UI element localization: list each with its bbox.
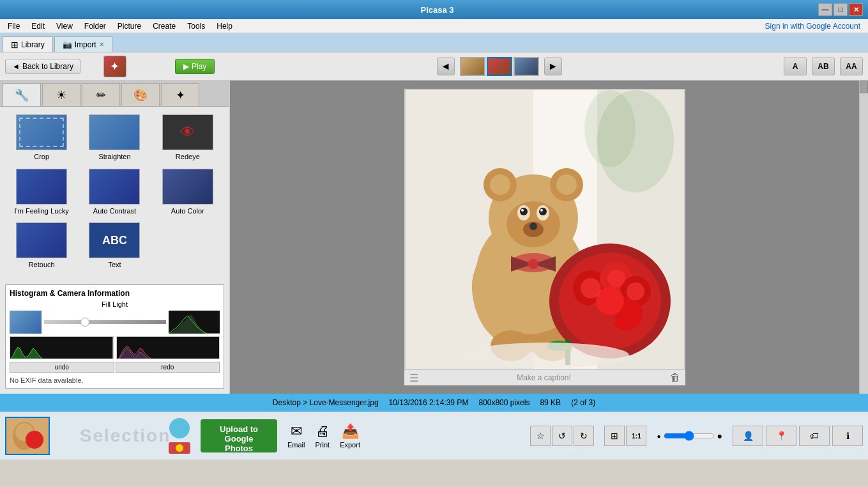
back-to-library-button[interactable]: ◄ Back to Library bbox=[5, 59, 80, 74]
undo-redo-row: undo redo bbox=[10, 362, 220, 373]
auto-contrast-label: Auto Contrast bbox=[93, 207, 136, 215]
menu-tools[interactable]: Tools bbox=[182, 20, 210, 32]
menu-edit[interactable]: Edit bbox=[26, 20, 50, 32]
close-button[interactable]: ✕ bbox=[849, 3, 863, 16]
tool-crop[interactable]: Crop bbox=[8, 114, 75, 164]
tool-straighten[interactable]: Straighten bbox=[80, 114, 148, 164]
tab-library[interactable]: ⊞ Library bbox=[3, 36, 53, 52]
maximize-button[interactable]: □ bbox=[834, 3, 848, 16]
edit-tab-tuning[interactable]: ☀ bbox=[42, 83, 80, 106]
rotate-ccw-button[interactable]: ↺ bbox=[552, 426, 572, 446]
menu-folder[interactable]: Folder bbox=[79, 20, 111, 32]
star-icon: ✦ bbox=[110, 59, 119, 73]
text-style-a-button[interactable]: A bbox=[784, 58, 807, 75]
back-to-library-label: Back to Library bbox=[22, 62, 73, 71]
menu-file[interactable]: File bbox=[3, 20, 25, 32]
export-icon: 📤 bbox=[342, 423, 359, 440]
bottom-bar: Selection Upload to Google Photos ✉ Emai… bbox=[0, 412, 868, 460]
edit-icon-btn[interactable]: ✦ bbox=[103, 56, 126, 77]
photo-display bbox=[404, 89, 685, 370]
edit-tab-basic-fixes[interactable]: 🔧 bbox=[3, 83, 41, 106]
fill-light-slider[interactable] bbox=[44, 320, 166, 324]
thumbnail-2[interactable] bbox=[487, 57, 512, 76]
back-arrow-icon: ◄ bbox=[12, 62, 20, 71]
svg-point-18 bbox=[520, 208, 528, 215]
edit-tab-color[interactable]: 🎨 bbox=[121, 83, 160, 106]
signin-link[interactable]: Sign in with Google Account bbox=[765, 22, 865, 31]
lucky-label: I'm Feeling Lucky bbox=[15, 207, 69, 215]
selection-watermark: Selection bbox=[80, 426, 171, 446]
slider-track bbox=[44, 320, 166, 324]
tag-icon: 🏷 bbox=[810, 431, 819, 441]
people-icon-button[interactable]: 👤 bbox=[733, 426, 763, 446]
thumbnail-3[interactable] bbox=[514, 57, 539, 76]
email-icon: ✉ bbox=[291, 423, 302, 440]
tool-auto-contrast[interactable]: Auto Contrast bbox=[80, 169, 148, 218]
star-button[interactable]: ☆ bbox=[530, 426, 551, 446]
bottom-view-tools: ⊞ 1:1 bbox=[604, 426, 646, 446]
menu-create[interactable]: Create bbox=[148, 20, 181, 32]
slider-thumb[interactable] bbox=[80, 318, 89, 327]
tab-import[interactable]: 📷 Import ✕ bbox=[54, 36, 112, 52]
filmstrip-thumbnail[interactable] bbox=[5, 417, 50, 455]
svg-point-41 bbox=[607, 270, 625, 288]
filmstrip-photo-svg bbox=[6, 418, 49, 454]
menu-help[interactable]: Help bbox=[211, 20, 238, 32]
thumbnail-1[interactable] bbox=[460, 57, 485, 76]
undo-button[interactable]: undo bbox=[10, 362, 114, 373]
scrollbar-thumb[interactable] bbox=[860, 81, 868, 93]
edit-tab-extra[interactable]: ✦ bbox=[161, 83, 199, 106]
menu-view[interactable]: View bbox=[51, 20, 78, 32]
tab-library-label: Library bbox=[21, 40, 45, 49]
file-count: (2 of 3) bbox=[571, 398, 595, 407]
tabs-bar: ⊞ Library 📷 Import ✕ bbox=[0, 33, 868, 52]
menu-picture[interactable]: Picture bbox=[112, 20, 146, 32]
actual-size-button[interactable]: 1:1 bbox=[626, 426, 646, 446]
next-arrow-icon: ► bbox=[548, 61, 558, 72]
library-grid-icon: ⊞ bbox=[11, 40, 19, 50]
text-thumbnail: ABC bbox=[89, 222, 140, 258]
histogram-panel: Histogram & Camera Information Fill Ligh… bbox=[5, 284, 224, 389]
text-style-aa-button[interactable]: AA bbox=[840, 58, 863, 75]
export-button[interactable]: 📤 Export bbox=[340, 423, 360, 449]
email-button[interactable]: ✉ Email bbox=[287, 423, 305, 449]
tool-redeye[interactable]: 👁 Redeye bbox=[154, 114, 222, 164]
play-button[interactable]: ▶ Play bbox=[175, 59, 215, 74]
minimize-button[interactable]: — bbox=[818, 3, 832, 16]
print-button[interactable]: 🖨 Print bbox=[316, 423, 330, 449]
zoom-slider-area: ● ● bbox=[657, 431, 722, 441]
main-scrollbar[interactable] bbox=[859, 81, 868, 394]
tag-button[interactable]: 🏷 bbox=[799, 426, 830, 446]
image-area: ☰ Make a caption! 🗑 bbox=[230, 81, 859, 394]
upload-label: Upload to Google Photos bbox=[220, 424, 258, 453]
svg-point-50 bbox=[26, 431, 43, 449]
bottom-photo-tools: ☆ ↺ ↻ bbox=[530, 426, 594, 446]
zoom-slider[interactable] bbox=[664, 431, 715, 441]
rotate-cw-button[interactable]: ↻ bbox=[574, 426, 594, 446]
bottom-right-tools: 👤 📍 🏷 ℹ bbox=[733, 426, 863, 446]
location-pin-button[interactable]: 📍 bbox=[766, 426, 796, 446]
play-triangle-icon: ▶ bbox=[183, 62, 189, 71]
color-thumbnail bbox=[162, 169, 213, 205]
text-style-ab-button[interactable]: AB bbox=[812, 58, 835, 75]
tool-text[interactable]: ABC Text bbox=[80, 222, 148, 272]
file-dimensions: 800x800 pixels bbox=[478, 398, 529, 407]
prev-photo-button[interactable]: ◄ bbox=[437, 58, 455, 75]
exif-text: No EXIF data available. bbox=[10, 376, 220, 384]
grid-view-button[interactable]: ⊞ bbox=[604, 426, 625, 446]
upload-to-google-photos-button[interactable]: Upload to Google Photos bbox=[201, 419, 277, 452]
tool-auto-color[interactable]: Auto Color bbox=[154, 169, 222, 218]
toolbar: ◄ Back to Library ✦ ▶ Play ◄ ► A AB AA bbox=[0, 52, 868, 81]
info-button[interactable]: ℹ bbox=[832, 426, 863, 446]
next-photo-button[interactable]: ► bbox=[544, 58, 562, 75]
edit-tab-effects[interactable]: ✏ bbox=[82, 83, 120, 106]
tool-lucky[interactable]: I'm Feeling Lucky bbox=[8, 169, 75, 218]
import-icon: 📷 bbox=[63, 40, 72, 49]
tool-retouch[interactable]: Retouch bbox=[8, 222, 75, 272]
brush-icon: ✏ bbox=[96, 88, 106, 102]
tab-close-icon[interactable]: ✕ bbox=[99, 41, 104, 48]
caption-placeholder[interactable]: Make a caption! bbox=[418, 373, 670, 382]
delete-icon[interactable]: 🗑 bbox=[670, 372, 680, 383]
main-content: 🔧 ☀ ✏ 🎨 ✦ Crop bbox=[0, 81, 868, 394]
redo-button[interactable]: redo bbox=[116, 362, 220, 373]
